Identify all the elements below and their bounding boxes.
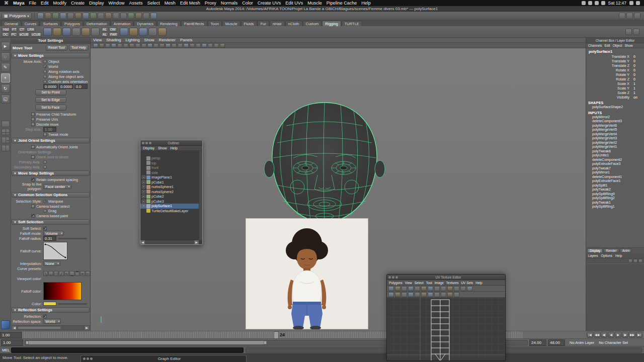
section-reflection[interactable]: ▼ Reflection Settings <box>12 307 90 313</box>
menubar-item[interactable]: Edit Mesh <box>180 1 200 6</box>
outliner-item[interactable]: + front <box>140 165 199 170</box>
panel-menu[interactable]: Lighting <box>126 38 140 42</box>
camera-based-select-checkbox[interactable]: Camera based select <box>11 204 90 209</box>
layer-toolbar-icon[interactable] <box>638 259 642 263</box>
panel-menu[interactable]: Renderer <box>159 38 176 42</box>
curve-preset-button[interactable]: ◡ <box>48 271 53 276</box>
layer-editor-menu[interactable]: Layers <box>588 254 598 257</box>
panel-toolbar-icon[interactable] <box>147 43 152 48</box>
shelf-tab[interactable]: Deformation <box>84 21 110 26</box>
input-node[interactable]: polyExtrudeFace3 <box>586 162 644 166</box>
curve-preset-button[interactable]: ▁ <box>69 271 74 276</box>
uv-toolbar-icon[interactable] <box>401 292 407 297</box>
snap-live-polygon-dropdown[interactable]: Face center <box>43 184 71 189</box>
channel-value-field[interactable]: 0 <box>631 68 643 72</box>
input-node[interactable]: polyTweak8 <box>586 149 644 154</box>
status-toolbar-icon[interactable] <box>37 13 44 19</box>
panel-toolbar-icon[interactable] <box>153 43 158 48</box>
menubar-item[interactable]: Mesh <box>165 1 176 6</box>
status-toolbar-icon[interactable] <box>60 13 66 19</box>
shelf-tab[interactable]: Dynamics <box>134 21 156 26</box>
shelf-tab[interactable]: Toon <box>208 21 222 26</box>
uv-toolbar-icon[interactable] <box>454 286 459 291</box>
move-axis-option[interactable]: World <box>43 64 88 69</box>
status-toolbar-icon[interactable] <box>67 13 74 19</box>
playback-range-bar[interactable] <box>26 341 267 344</box>
channel-attribute-row[interactable]: Rotate Y 0 <box>586 72 644 77</box>
move-option-checkbox[interactable]: Discrete move <box>31 122 90 127</box>
status-toolbar-icon[interactable] <box>98 13 104 19</box>
playback-button[interactable]: |▶ <box>622 332 628 338</box>
character-set-menu[interactable]: No Character Set <box>599 340 628 345</box>
scroll-left-icon[interactable]: ◀ <box>140 240 145 244</box>
panel-toolbar-icon[interactable] <box>117 43 122 48</box>
panel-toolbar-icon[interactable] <box>99 43 104 48</box>
input-node[interactable]: deleteComponent1 <box>586 175 644 179</box>
layout-shortcut-button[interactable] <box>2 129 10 135</box>
outliner-item[interactable]: + nurbsSphere2 <box>140 190 199 195</box>
input-node[interactable]: polyExtrudeFace1 <box>586 179 644 184</box>
uv-toolbar-icon[interactable] <box>454 292 459 297</box>
uv-toolbar-icon[interactable] <box>460 286 466 291</box>
color-slider[interactable] <box>58 303 87 305</box>
wireframe-head-mesh[interactable] <box>254 99 395 229</box>
menubar-item[interactable]: Create UVs <box>258 1 281 6</box>
layer-editor-tab[interactable]: Render <box>603 248 619 253</box>
shelf-tool-icon[interactable] <box>148 28 157 36</box>
shelf-button[interactable]: LRA <box>26 27 36 32</box>
layer-editor-tab[interactable]: Display <box>587 248 603 253</box>
uv-toolbar-icon[interactable] <box>401 286 407 291</box>
section-joint-orient[interactable]: ▼ Joint Orient Settings <box>12 138 90 143</box>
channel-value-field[interactable]: 0 <box>631 64 643 67</box>
outliner-titlebar[interactable]: Outliner <box>140 140 202 146</box>
selection-style-marquee-radio[interactable]: Marquee <box>43 199 63 204</box>
channel-attribute-row[interactable]: Rotate X 0 <box>586 68 644 72</box>
curve-preset-button[interactable]: ═ <box>80 271 85 276</box>
uv-toolbar-icon[interactable] <box>441 286 446 291</box>
uv-editor-menu[interactable]: Textures <box>446 281 459 285</box>
layer-list[interactable] <box>586 264 644 331</box>
shelf-menu-icon[interactable] <box>625 29 632 35</box>
reflection-checkbox[interactable] <box>43 315 47 318</box>
channel-value-field[interactable]: 0 <box>631 59 643 63</box>
curve-preset-button[interactable]: ▔ <box>75 271 79 276</box>
selection-style-drag-radio[interactable]: Drag <box>11 209 90 213</box>
panel-toolbar-icon[interactable] <box>105 43 110 48</box>
shelf-tab[interactable]: Animation <box>111 21 133 26</box>
panel-toolbar-icon[interactable] <box>214 43 219 48</box>
uv-toolbar-icon[interactable] <box>408 292 414 297</box>
shelf-tab[interactable]: TURTLE <box>342 21 362 26</box>
outliner-item[interactable]: + TurtleDefaultBakeLayer <box>140 209 199 214</box>
section-soft-selection[interactable]: ▼ Soft Selection <box>12 219 90 225</box>
auto-orient-joints-checkbox[interactable]: Automatically Orient Joints <box>11 144 90 149</box>
channel-attribute-row[interactable]: Scale X 1 <box>586 81 644 86</box>
menubar-item[interactable]: Modify <box>53 1 67 6</box>
channel-box-menu[interactable]: Show <box>624 44 632 47</box>
shelf-tab[interactable]: Custom <box>303 21 322 26</box>
input-node[interactable]: deleteComponent3 <box>586 119 644 124</box>
toolbox-tool-icon[interactable]: ✎ <box>1 63 10 72</box>
outliner-item[interactable]: + polySurface1 <box>140 204 199 209</box>
menubar-item[interactable]: Edit <box>41 1 49 6</box>
playback-button[interactable]: ◀◀ <box>594 332 600 338</box>
falloff-radius-field[interactable]: 0.31 <box>43 236 56 241</box>
input-node[interactable]: polyTweak1 <box>586 201 644 205</box>
reset-tool-button[interactable]: Reset Tool <box>46 45 67 51</box>
status-toolbar-icon[interactable] <box>45 13 51 19</box>
expand-toggle-icon[interactable]: + <box>142 200 145 203</box>
axis-value-field[interactable]: 0.0000 <box>43 84 58 89</box>
section-move-snap[interactable]: ▼ Move Snap Settings <box>12 170 90 176</box>
playback-button[interactable]: ▶▶ <box>629 332 635 338</box>
menubar-item[interactable]: Select <box>147 1 160 6</box>
axis-value-field[interactable]: 0.0 <box>74 84 88 89</box>
uv-editor-menu[interactable]: UV Sets <box>461 281 473 285</box>
channel-attribute-row[interactable]: Scale Y 1 <box>586 86 644 90</box>
graph-editor-titlebar[interactable]: Graph Editor <box>80 355 247 362</box>
anim-layer-menu[interactable]: No Anim Layer <box>570 340 594 345</box>
panel-toolbar-icon[interactable] <box>141 43 146 48</box>
menubar-item[interactable]: Display <box>89 1 104 6</box>
shelf-tool-icon[interactable] <box>62 28 71 36</box>
shelf-tab[interactable]: Rendering <box>157 21 181 26</box>
menubar-item[interactable]: Edit UVs <box>285 1 303 6</box>
menubar-right-icon[interactable] <box>636 1 640 5</box>
